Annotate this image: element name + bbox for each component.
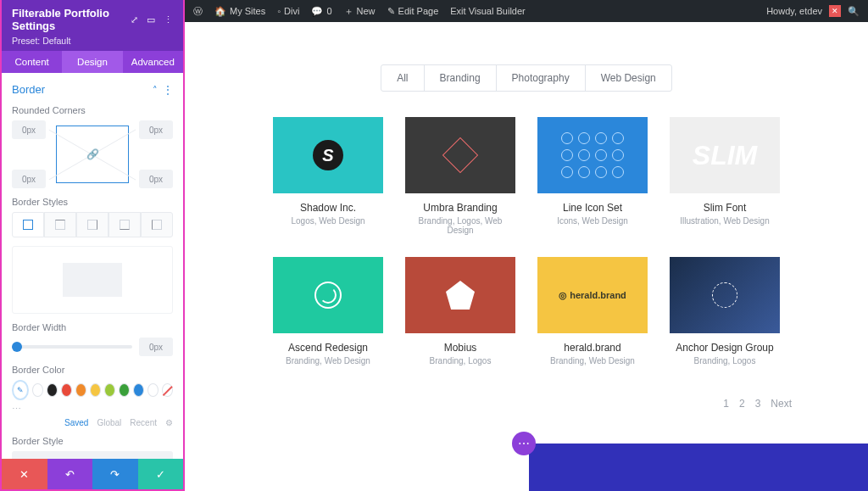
- expand-icon[interactable]: ⤢: [131, 14, 138, 25]
- portfolio-item[interactable]: Mobius Branding, Logos: [405, 257, 515, 365]
- corner-bl-input[interactable]: 0px: [12, 170, 46, 188]
- section-border-header[interactable]: Border ˄⋮: [12, 81, 173, 97]
- adminbar-comments[interactable]: 💬 0: [311, 6, 331, 17]
- link-corners-icon[interactable]: 🔗: [86, 148, 99, 160]
- adminbar-exit[interactable]: Exit Visual Builder: [450, 6, 525, 16]
- border-style-right[interactable]: [76, 212, 108, 237]
- color-swatch-row: ✎: [12, 380, 173, 400]
- portfolio-item[interactable]: Anchor Design Group Branding, Logos: [670, 257, 780, 365]
- border-styles-label: Border Styles: [12, 197, 173, 207]
- filter-photography[interactable]: Photography: [497, 65, 586, 91]
- swatch[interactable]: [119, 383, 130, 397]
- section-border-title: Border: [12, 83, 45, 96]
- swatch[interactable]: [104, 383, 115, 397]
- swatch-none[interactable]: [162, 383, 173, 397]
- sidebar-header: Filterable Portfolio Settings ⤢ ▭ ⋮ Pres…: [2, 0, 183, 51]
- page-3[interactable]: 3: [755, 398, 761, 410]
- wp-logo-icon[interactable]: ⓦ: [193, 5, 203, 18]
- border-style-bottom[interactable]: [108, 212, 141, 237]
- portfolio-item[interactable]: Line Icon Set Icons, Web Design: [537, 117, 648, 235]
- portfolio-item[interactable]: SLIM Slim Font Illustration, Web Design: [670, 117, 780, 235]
- canvas: ⓦ 🏠 My Sites ◦ Divi 💬 0 ＋ New ✎ Edit Pag…: [185, 0, 868, 491]
- corner-br-input[interactable]: 0px: [139, 170, 173, 188]
- page-2[interactable]: 2: [739, 398, 745, 410]
- redo-button[interactable]: ↷: [92, 459, 138, 489]
- filter-webdesign[interactable]: Web Design: [586, 65, 671, 91]
- preset-label[interactable]: Preset: Default: [12, 36, 173, 46]
- portfolio-item[interactable]: ◎ herald.brand herald.brand Branding, We…: [537, 257, 648, 365]
- swatch[interactable]: [32, 383, 43, 397]
- swatch[interactable]: [90, 383, 101, 397]
- close-button[interactable]: ✕: [2, 459, 47, 489]
- canvas-body: All Branding Photography Web Design S Sh…: [185, 22, 868, 491]
- swatch[interactable]: [47, 383, 58, 397]
- border-color-label: Border Color: [12, 365, 173, 375]
- color-meta: Saved Global Recent ⚙: [12, 418, 173, 427]
- sidebar-header-icons: ⤢ ▭ ⋮: [131, 14, 173, 25]
- adminbar-new[interactable]: ＋ New: [344, 5, 376, 18]
- border-style-select[interactable]: Solid ⌄: [12, 451, 173, 459]
- bottom-strip: [529, 444, 868, 491]
- section-more-icon[interactable]: ⋮: [163, 84, 173, 96]
- save-button[interactable]: ✓: [138, 459, 184, 489]
- adminbar-edit[interactable]: ✎ Edit Page: [387, 6, 439, 17]
- adminbar-mysites[interactable]: 🏠 My Sites: [214, 6, 265, 17]
- color-tab-saved[interactable]: Saved: [64, 418, 88, 427]
- portfolio-filters: All Branding Photography Web Design: [244, 64, 809, 92]
- border-style-all[interactable]: [12, 212, 44, 237]
- wp-adminbar: ⓦ 🏠 My Sites ◦ Divi 💬 0 ＋ New ✎ Edit Pag…: [185, 0, 868, 22]
- undo-button[interactable]: ↶: [47, 459, 93, 489]
- more-icon[interactable]: ⋮: [164, 14, 173, 25]
- border-preview: [12, 246, 173, 314]
- pagination: 1 2 3 Next: [244, 398, 809, 410]
- page-next[interactable]: Next: [771, 398, 792, 410]
- swatch[interactable]: [75, 383, 86, 397]
- search-icon[interactable]: 🔍: [848, 6, 860, 17]
- border-style-left[interactable]: [141, 212, 173, 237]
- sidebar-tabs: Content Design Advanced: [2, 51, 183, 73]
- tab-advanced[interactable]: Advanced: [123, 51, 183, 73]
- border-style-label: Border Style: [12, 436, 173, 446]
- sidebar-footer: ✕ ↶ ↷ ✓: [2, 459, 183, 489]
- chevron-up-icon: ˄: [153, 85, 158, 95]
- notice-badge[interactable]: ✕: [829, 5, 841, 17]
- rounded-corners-label: Rounded Corners: [12, 105, 173, 115]
- tab-design[interactable]: Design: [62, 51, 122, 73]
- rounded-corners-control: 0px 0px 0px 0px 🔗: [12, 120, 173, 188]
- portfolio-grid: S Shadow Inc. Logos, Web Design Umbra Br…: [244, 117, 809, 365]
- border-width-label: Border Width: [12, 322, 173, 332]
- filter-branding[interactable]: Branding: [425, 65, 497, 91]
- howdy-text[interactable]: Howdy, etdev: [766, 6, 822, 16]
- page-1[interactable]: 1: [723, 398, 729, 410]
- adminbar-divi[interactable]: ◦ Divi: [277, 6, 299, 16]
- sidebar-body: Border ˄⋮ Rounded Corners 0px 0px 0px 0p…: [2, 73, 183, 459]
- color-tab-recent[interactable]: Recent: [130, 418, 157, 427]
- color-tab-global[interactable]: Global: [97, 418, 121, 427]
- drag-icon[interactable]: ▭: [147, 14, 155, 25]
- gear-icon[interactable]: ⚙: [165, 418, 173, 427]
- swatch[interactable]: [61, 383, 72, 397]
- corner-tl-input[interactable]: 0px: [12, 120, 46, 139]
- settings-sidebar: Filterable Portfolio Settings ⤢ ▭ ⋮ Pres…: [0, 0, 185, 491]
- border-width-slider[interactable]: 0px: [12, 338, 173, 356]
- border-width-value[interactable]: 0px: [139, 338, 173, 356]
- swatch[interactable]: [147, 383, 159, 397]
- portfolio-item[interactable]: S Shadow Inc. Logos, Web Design: [273, 117, 383, 235]
- fab-more-icon[interactable]: ⋯: [512, 432, 536, 455]
- corner-tr-input[interactable]: 0px: [139, 120, 173, 139]
- filter-all[interactable]: All: [381, 65, 424, 91]
- border-style-top[interactable]: [44, 212, 76, 237]
- border-styles-row: [12, 212, 173, 237]
- corner-preview: 🔗: [56, 126, 129, 183]
- tab-content[interactable]: Content: [2, 51, 62, 73]
- sidebar-title: Filterable Portfolio Settings: [12, 7, 131, 32]
- portfolio-item[interactable]: Umbra Branding Branding, Logos, Web Desi…: [405, 117, 515, 235]
- portfolio-item[interactable]: Ascend Redesign Branding, Web Design: [273, 257, 383, 365]
- swatch-picker[interactable]: ✎: [12, 380, 29, 400]
- swatch[interactable]: [133, 383, 144, 397]
